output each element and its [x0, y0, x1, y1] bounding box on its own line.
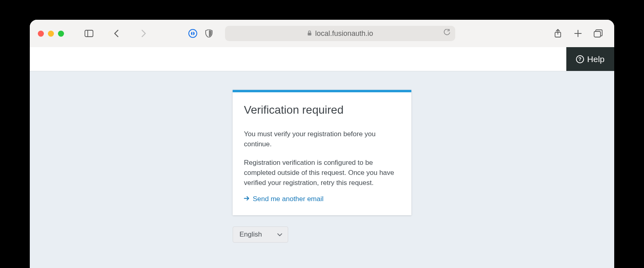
browser-toolbar: local.fusionauth.io — [30, 20, 614, 47]
help-button-label: Help — [587, 54, 605, 64]
back-button[interactable] — [111, 28, 122, 39]
svg-rect-4 — [192, 31, 193, 35]
resend-email-link[interactable]: Send me another email — [253, 195, 324, 203]
privacy-shield-icon[interactable] — [203, 28, 215, 39]
password-manager-icon[interactable] — [187, 28, 198, 39]
reload-icon[interactable] — [444, 29, 450, 38]
browser-window: local.fusionauth.io — [30, 20, 614, 268]
resend-email-row: Send me another email — [244, 195, 400, 203]
sidebar-toggle-icon[interactable] — [83, 28, 95, 39]
help-icon: ? — [576, 55, 584, 63]
share-icon[interactable] — [552, 28, 564, 39]
new-tab-icon[interactable] — [572, 28, 584, 39]
chevron-down-icon — [277, 231, 282, 239]
verification-card: Verification required You must verify yo… — [233, 90, 411, 215]
language-select-value: English — [239, 231, 262, 239]
help-button[interactable]: ? Help — [566, 47, 614, 71]
toolbar-right — [552, 28, 604, 39]
close-window-button[interactable] — [38, 31, 44, 37]
address-bar-url: local.fusionauth.io — [315, 29, 373, 38]
card-title: Verification required — [244, 104, 400, 116]
forward-button[interactable] — [138, 28, 149, 39]
minimize-window-button[interactable] — [48, 31, 54, 37]
app-viewport: ? Help Verification required You must ve… — [30, 47, 614, 268]
address-bar[interactable]: local.fusionauth.io — [225, 26, 455, 41]
traffic-lights — [38, 31, 64, 37]
svg-rect-10 — [594, 31, 601, 37]
content-area: Verification required You must verify yo… — [30, 71, 614, 268]
language-select[interactable]: English — [233, 226, 288, 243]
card-paragraph-2: Registration verification is configured … — [244, 158, 400, 188]
lock-icon — [307, 29, 312, 38]
card-paragraph-1: You must verify your registration before… — [244, 129, 400, 149]
svg-rect-5 — [308, 33, 311, 35]
tabs-overview-icon[interactable] — [592, 28, 604, 39]
maximize-window-button[interactable] — [58, 31, 64, 37]
arrow-right-icon — [244, 195, 250, 203]
app-topbar: ? Help — [30, 47, 614, 71]
svg-rect-0 — [85, 30, 93, 37]
